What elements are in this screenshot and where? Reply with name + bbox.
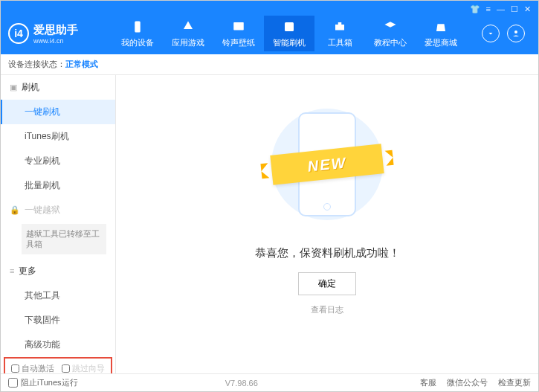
main-content: NEW 恭喜您，保资料刷机成功啦！ 确定 查看日志 <box>116 75 538 373</box>
svg-rect-3 <box>335 25 344 30</box>
view-log-link[interactable]: 查看日志 <box>311 304 343 315</box>
download-button[interactable] <box>482 25 500 42</box>
skip-setup-input[interactable] <box>62 364 70 373</box>
highlighted-options: 自动激活 跳过向导 <box>4 357 112 373</box>
ok-button[interactable]: 确定 <box>298 272 356 295</box>
nav-flash[interactable]: 智能刷机 <box>264 16 314 51</box>
nav-store[interactable]: 爱思商城 <box>416 16 466 51</box>
skin-icon[interactable]: 👕 <box>470 4 480 14</box>
sidebar-item-pro[interactable]: 专业刷机 <box>1 149 115 173</box>
sidebar-section-flash[interactable]: ▣ 刷机 <box>1 75 115 100</box>
nav-tools[interactable]: 工具箱 <box>314 16 365 51</box>
apps-icon <box>180 19 196 35</box>
minimize-icon[interactable]: — <box>497 4 505 13</box>
svg-rect-2 <box>285 22 294 31</box>
success-message: 恭喜您，保资料刷机成功啦！ <box>255 246 400 260</box>
footer: 阻止iTunes运行 V7.98.66 客服 微信公众号 检查更新 <box>1 373 538 391</box>
app-site: www.i4.cn <box>33 37 78 45</box>
nav-tutorial[interactable]: 教程中心 <box>365 16 416 51</box>
store-icon <box>433 19 449 35</box>
device-icon <box>129 19 146 35</box>
app-name: 爱思助手 <box>33 23 78 37</box>
nav-my-device[interactable]: 我的设备 <box>112 16 163 51</box>
status-label: 设备连接状态： <box>8 59 65 70</box>
main-nav: 我的设备 应用游戏 铃声壁纸 智能刷机 工具箱 <box>112 16 482 51</box>
version-label: V7.98.66 <box>225 379 258 388</box>
lock-icon: 🔒 <box>10 205 20 215</box>
menu-icon[interactable]: ≡ <box>486 4 491 13</box>
footer-link-update[interactable]: 检查更新 <box>498 377 531 388</box>
flash-section-icon: ▣ <box>10 83 17 92</box>
svg-rect-1 <box>233 22 244 30</box>
footer-link-wechat[interactable]: 微信公众号 <box>447 377 488 388</box>
logo-icon: i4 <box>8 23 29 44</box>
checkbox-skip-setup[interactable]: 跳过向导 <box>62 363 105 373</box>
sidebar-item-other-tools[interactable]: 其他工具 <box>1 283 115 308</box>
svg-rect-0 <box>135 22 141 33</box>
more-section-icon: ≡ <box>10 266 14 275</box>
block-itunes-input[interactable] <box>8 378 18 388</box>
tools-icon <box>332 19 348 35</box>
sidebar-jailbreak-note: 越狱工具已转移至工具箱 <box>22 224 106 254</box>
user-button[interactable] <box>507 25 525 42</box>
tutorial-icon <box>382 19 398 35</box>
app-logo: i4 爱思助手 www.i4.cn <box>8 23 112 45</box>
success-illustration: NEW <box>253 97 401 231</box>
svg-point-5 <box>514 30 517 33</box>
sidebar-item-advanced[interactable]: 高级功能 <box>1 332 115 357</box>
close-icon[interactable]: ✕ <box>524 4 531 14</box>
sidebar-item-itunes[interactable]: iTunes刷机 <box>1 124 115 149</box>
status-value: 正常模式 <box>65 59 98 70</box>
status-bar: 设备连接状态： 正常模式 <box>1 54 538 75</box>
sidebar-section-jailbreak: 🔒 一键越狱 <box>1 198 115 222</box>
sidebar-item-oneclick[interactable]: 一键刷机 <box>1 100 115 124</box>
checkbox-block-itunes[interactable]: 阻止iTunes运行 <box>8 377 78 388</box>
flash-icon <box>281 19 297 35</box>
media-icon <box>230 19 247 35</box>
nav-media[interactable]: 铃声壁纸 <box>213 16 264 51</box>
auto-activate-input[interactable] <box>11 364 19 373</box>
sidebar-item-download-fw[interactable]: 下载固件 <box>1 308 115 332</box>
sidebar-section-more[interactable]: ≡ 更多 <box>1 259 115 283</box>
checkbox-auto-activate[interactable]: 自动激活 <box>11 363 54 373</box>
footer-link-support[interactable]: 客服 <box>420 377 436 388</box>
maximize-icon[interactable]: ☐ <box>511 4 518 14</box>
nav-apps[interactable]: 应用游戏 <box>163 16 213 51</box>
svg-rect-4 <box>338 22 342 25</box>
sidebar-item-batch[interactable]: 批量刷机 <box>1 173 115 198</box>
sidebar: ▣ 刷机 一键刷机 iTunes刷机 专业刷机 批量刷机 🔒 一键越狱 越狱工具… <box>1 75 116 373</box>
